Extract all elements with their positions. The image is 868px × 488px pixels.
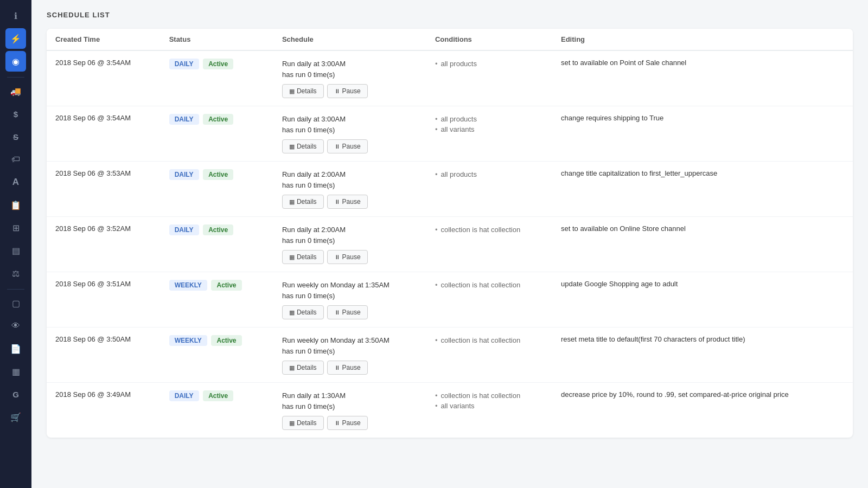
btn-group: ▦ Details ⏸ Pause bbox=[282, 305, 418, 319]
editing-text: decrease price by 10%, round to .99, set… bbox=[561, 390, 789, 399]
pause-icon: ⏸ bbox=[334, 309, 340, 316]
scale-icon[interactable]: ⚖ bbox=[5, 263, 26, 284]
details-label: Details bbox=[297, 87, 317, 95]
details-button[interactable]: ▦ Details bbox=[282, 195, 324, 209]
status-badge: Active bbox=[211, 280, 241, 291]
pause-icon: ⏸ bbox=[334, 88, 340, 94]
table-row: 2018 Sep 06 @ 3:52AM DAILY Active Run da… bbox=[47, 217, 853, 272]
conditions-list: all productsall variants bbox=[435, 114, 544, 134]
schedule-text: Run daily at 1:30AMhas run 0 time(s) bbox=[282, 390, 418, 412]
details-button[interactable]: ▦ Details bbox=[282, 250, 324, 264]
divider bbox=[7, 77, 24, 78]
status-badge: Active bbox=[203, 59, 233, 69]
pause-label: Pause bbox=[342, 309, 361, 316]
grid-icon[interactable]: ⊞ bbox=[5, 217, 26, 238]
pause-button[interactable]: ⏸ Pause bbox=[327, 305, 368, 319]
table-row: 2018 Sep 06 @ 3:53AM DAILY Active Run da… bbox=[47, 162, 853, 217]
frequency-badge: DAILY bbox=[169, 59, 199, 69]
dollar-icon[interactable]: $ bbox=[5, 104, 26, 124]
pause-label: Pause bbox=[342, 198, 361, 206]
condition-item: all variants bbox=[435, 401, 544, 411]
eye-icon[interactable]: 👁 bbox=[5, 316, 26, 336]
strikethrough-icon[interactable]: S bbox=[5, 126, 26, 147]
status-badge: Active bbox=[211, 335, 241, 346]
pause-label: Pause bbox=[342, 419, 361, 427]
schedule-text: Run daily at 2:00AMhas run 0 time(s) bbox=[282, 169, 418, 190]
document-icon[interactable]: 📋 bbox=[5, 195, 26, 215]
editing-text: set to available on Point of Sale channe… bbox=[561, 59, 686, 67]
clock-icon[interactable]: ◉ bbox=[5, 51, 26, 72]
status-badge: Active bbox=[203, 169, 233, 180]
pause-icon: ⏸ bbox=[334, 420, 340, 426]
table-row: 2018 Sep 06 @ 3:49AM DAILY Active Run da… bbox=[47, 383, 853, 438]
font-icon[interactable]: A bbox=[5, 172, 26, 192]
details-button[interactable]: ▦ Details bbox=[282, 361, 324, 375]
created-time: 2018 Sep 06 @ 3:52AM bbox=[55, 224, 131, 233]
pause-button[interactable]: ⏸ Pause bbox=[327, 84, 368, 98]
col-created-time: Created Time bbox=[47, 29, 161, 50]
created-time: 2018 Sep 06 @ 3:53AM bbox=[55, 169, 131, 177]
status-badge: Active bbox=[203, 390, 233, 401]
frequency-badge: DAILY bbox=[169, 224, 199, 235]
sidebar: ℹ ⚡ ◉ 🚚 $ S 🏷 A 📋 ⊞ ▤ ⚖ ▢ 👁 📄 ▦ G 🛒 bbox=[0, 0, 31, 488]
table-row: 2018 Sep 06 @ 3:54AM DAILY Active Run da… bbox=[47, 50, 853, 106]
truck-icon[interactable]: 🚚 bbox=[5, 81, 26, 101]
col-status: Status bbox=[161, 29, 273, 50]
pause-button[interactable]: ⏸ Pause bbox=[327, 139, 368, 153]
bolt-icon[interactable]: ⚡ bbox=[5, 28, 26, 49]
created-time: 2018 Sep 06 @ 3:54AM bbox=[55, 114, 131, 122]
cart-icon[interactable]: 🛒 bbox=[5, 407, 26, 427]
editing-text: set to available on Online Store channel bbox=[561, 224, 686, 233]
details-label: Details bbox=[297, 198, 317, 206]
main-content: SCHEDULE LIST Created Time Status Schedu… bbox=[31, 0, 868, 488]
details-button[interactable]: ▦ Details bbox=[282, 416, 324, 430]
table-row: 2018 Sep 06 @ 3:54AM DAILY Active Run da… bbox=[47, 106, 853, 162]
pause-label: Pause bbox=[342, 253, 361, 261]
notes-icon[interactable]: 📄 bbox=[5, 338, 26, 359]
table-row: 2018 Sep 06 @ 3:51AM WEEKLY Active Run w… bbox=[47, 272, 853, 328]
details-label: Details bbox=[297, 143, 317, 150]
editing-text: reset meta title to default(first 70 cha… bbox=[561, 335, 745, 343]
widget-icon[interactable]: ▢ bbox=[5, 293, 26, 313]
conditions-list: collection is hat collectionall variants bbox=[435, 390, 544, 411]
created-time: 2018 Sep 06 @ 3:49AM bbox=[55, 390, 131, 399]
schedule-text: Run daily at 3:00AMhas run 0 time(s) bbox=[282, 59, 418, 80]
pause-button[interactable]: ⏸ Pause bbox=[327, 250, 368, 264]
schedule-text: Run daily at 3:00AMhas run 0 time(s) bbox=[282, 114, 418, 135]
condition-item: collection is hat collection bbox=[435, 390, 544, 401]
info-icon[interactable]: ℹ bbox=[5, 5, 26, 26]
btn-group: ▦ Details ⏸ Pause bbox=[282, 416, 418, 430]
editing-text: update Google Shopping age to adult bbox=[561, 280, 678, 288]
editing-text: change title capitalization to first_let… bbox=[561, 169, 717, 177]
page-title: SCHEDULE LIST bbox=[47, 11, 853, 19]
pause-button[interactable]: ⏸ Pause bbox=[327, 361, 368, 375]
editing-text: change requires shipping to True bbox=[561, 114, 663, 122]
pause-icon: ⏸ bbox=[334, 254, 340, 260]
details-button[interactable]: ▦ Details bbox=[282, 305, 324, 319]
col-editing: Editing bbox=[552, 29, 853, 50]
pause-button[interactable]: ⏸ Pause bbox=[327, 416, 368, 430]
details-icon: ▦ bbox=[289, 309, 295, 316]
details-button[interactable]: ▦ Details bbox=[282, 84, 324, 98]
table-icon[interactable]: ▤ bbox=[5, 240, 26, 261]
pause-button[interactable]: ⏸ Pause bbox=[327, 195, 368, 209]
schedule-text: Run weekly on Monday at 1:35AMhas run 0 … bbox=[282, 280, 418, 301]
col-schedule: Schedule bbox=[273, 29, 426, 50]
frequency-badge: WEEKLY bbox=[169, 335, 207, 346]
table-row: 2018 Sep 06 @ 3:50AM WEEKLY Active Run w… bbox=[47, 328, 853, 383]
col-conditions: Conditions bbox=[426, 29, 552, 50]
btn-group: ▦ Details ⏸ Pause bbox=[282, 250, 418, 264]
details-icon: ▦ bbox=[289, 420, 295, 427]
pause-label: Pause bbox=[342, 143, 361, 150]
details-label: Details bbox=[297, 253, 317, 261]
condition-item: all products bbox=[435, 114, 544, 124]
condition-item: all variants bbox=[435, 124, 544, 134]
barcode-icon[interactable]: ▦ bbox=[5, 361, 26, 382]
btn-group: ▦ Details ⏸ Pause bbox=[282, 84, 418, 98]
conditions-list: collection is hat collection bbox=[435, 335, 544, 345]
pause-icon: ⏸ bbox=[334, 143, 340, 150]
schedule-text: Run daily at 2:00AMhas run 0 time(s) bbox=[282, 224, 418, 246]
g-icon[interactable]: G bbox=[5, 384, 26, 404]
details-button[interactable]: ▦ Details bbox=[282, 139, 324, 153]
tag-icon[interactable]: 🏷 bbox=[5, 149, 26, 170]
